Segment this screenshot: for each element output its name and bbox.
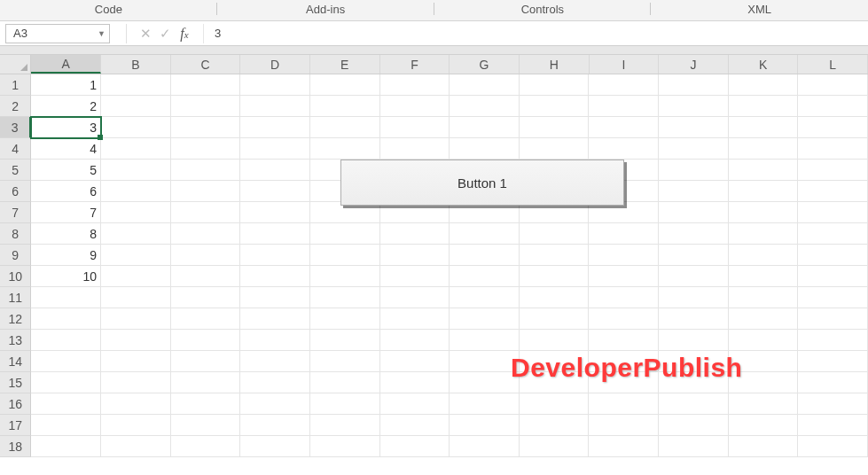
cell-L1[interactable]	[798, 74, 868, 96]
cell-H12[interactable]	[520, 308, 590, 330]
row-header-7[interactable]: 7	[0, 202, 31, 223]
cell-G10[interactable]	[450, 266, 520, 287]
cell-B6[interactable]	[101, 181, 171, 202]
cell-C17[interactable]	[171, 415, 241, 436]
cell-E3[interactable]	[310, 117, 380, 138]
cell-I16[interactable]	[589, 393, 659, 415]
cell-F8[interactable]	[380, 223, 450, 245]
cell-D4[interactable]	[240, 138, 310, 160]
accept-formula-icon[interactable]: ✓	[155, 26, 175, 42]
row-header-14[interactable]: 14	[0, 351, 31, 372]
cell-F14[interactable]	[380, 351, 450, 372]
row-header-16[interactable]: 16	[0, 393, 31, 415]
cell-B2[interactable]	[101, 96, 171, 117]
cell-D13[interactable]	[240, 330, 310, 351]
column-header-D[interactable]: D	[240, 55, 310, 74]
cell-G11[interactable]	[450, 287, 520, 308]
cell-K13[interactable]	[729, 330, 799, 351]
cell-J18[interactable]	[659, 436, 729, 457]
cell-L8[interactable]	[798, 223, 868, 245]
cell-K7[interactable]	[729, 202, 799, 223]
row-header-13[interactable]: 13	[0, 330, 31, 351]
column-header-I[interactable]: I	[590, 55, 660, 74]
column-header-L[interactable]: L	[798, 55, 868, 74]
cell-K16[interactable]	[729, 393, 799, 415]
row-header-6[interactable]: 6	[0, 181, 31, 202]
cell-F18[interactable]	[380, 436, 450, 457]
cell-I4[interactable]	[589, 138, 659, 160]
cell-I17[interactable]	[589, 415, 659, 436]
cell-K11[interactable]	[729, 287, 799, 308]
cell-L5[interactable]	[798, 160, 868, 181]
select-all-corner[interactable]	[0, 55, 31, 74]
cell-K5[interactable]	[729, 160, 799, 181]
cell-B5[interactable]	[101, 160, 171, 181]
row-header-12[interactable]: 12	[0, 308, 31, 330]
cell-H16[interactable]	[520, 393, 590, 415]
cell-J4[interactable]	[659, 138, 729, 160]
cell-J6[interactable]	[659, 181, 729, 202]
cell-G14[interactable]	[450, 351, 520, 372]
cell-K4[interactable]	[729, 138, 799, 160]
cell-F13[interactable]	[380, 330, 450, 351]
cell-L16[interactable]	[798, 393, 868, 415]
cell-B11[interactable]	[101, 287, 171, 308]
cell-A7[interactable]: 7	[31, 202, 101, 223]
cell-A6[interactable]: 6	[31, 181, 101, 202]
cell-E17[interactable]	[310, 415, 380, 436]
cell-D11[interactable]	[240, 287, 310, 308]
cell-E13[interactable]	[310, 330, 380, 351]
cell-I18[interactable]	[589, 436, 659, 457]
column-header-A[interactable]: A	[31, 55, 101, 74]
ribbon-group-code[interactable]: Code	[0, 0, 217, 20]
cell-H4[interactable]	[520, 138, 590, 160]
cell-D18[interactable]	[240, 436, 310, 457]
cell-A16[interactable]	[31, 393, 101, 415]
row-header-10[interactable]: 10	[0, 266, 31, 287]
cell-L10[interactable]	[798, 266, 868, 287]
row-header-9[interactable]: 9	[0, 245, 31, 266]
cell-J12[interactable]	[659, 308, 729, 330]
cell-D12[interactable]	[240, 308, 310, 330]
cell-F17[interactable]	[380, 415, 450, 436]
cell-C16[interactable]	[171, 393, 241, 415]
cell-J3[interactable]	[659, 117, 729, 138]
cell-H2[interactable]	[520, 96, 590, 117]
cell-B10[interactable]	[101, 266, 171, 287]
cell-I3[interactable]	[589, 117, 659, 138]
cell-A15[interactable]	[31, 372, 101, 393]
cell-D6[interactable]	[240, 181, 310, 202]
cell-J10[interactable]	[659, 266, 729, 287]
cell-D10[interactable]	[240, 266, 310, 287]
cell-B17[interactable]	[101, 415, 171, 436]
column-header-H[interactable]: H	[520, 55, 590, 74]
cell-H18[interactable]	[520, 436, 590, 457]
cell-E2[interactable]	[310, 96, 380, 117]
cell-G17[interactable]	[450, 415, 520, 436]
cell-I8[interactable]	[589, 223, 659, 245]
cell-K6[interactable]	[729, 181, 799, 202]
cell-F12[interactable]	[380, 308, 450, 330]
cell-C11[interactable]	[171, 287, 241, 308]
cell-G13[interactable]	[450, 330, 520, 351]
cell-C2[interactable]	[171, 96, 241, 117]
cell-A8[interactable]: 8	[31, 223, 101, 245]
cell-D2[interactable]	[240, 96, 310, 117]
cell-B1[interactable]	[101, 74, 171, 96]
cell-E8[interactable]	[310, 223, 380, 245]
cell-D9[interactable]	[240, 245, 310, 266]
cell-G3[interactable]	[450, 117, 520, 138]
cell-H14[interactable]	[520, 351, 590, 372]
column-header-K[interactable]: K	[729, 55, 799, 74]
cell-G12[interactable]	[450, 308, 520, 330]
form-control-button-1[interactable]: Button 1	[340, 160, 624, 206]
cell-I11[interactable]	[589, 287, 659, 308]
cell-L9[interactable]	[798, 245, 868, 266]
cell-J16[interactable]	[659, 393, 729, 415]
cell-G16[interactable]	[450, 393, 520, 415]
cell-C10[interactable]	[171, 266, 241, 287]
cell-K14[interactable]	[729, 351, 799, 372]
cell-K17[interactable]	[729, 415, 799, 436]
cell-C6[interactable]	[171, 181, 241, 202]
ribbon-group-xml[interactable]: XML	[651, 0, 868, 20]
